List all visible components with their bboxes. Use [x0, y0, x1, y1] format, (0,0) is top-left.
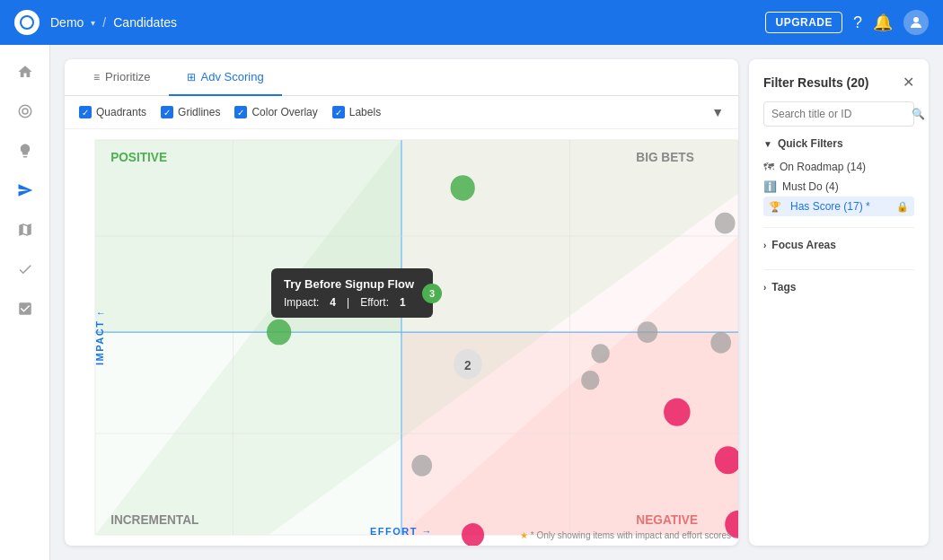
dot-gray-6 [411, 455, 432, 477]
labels-label: Labels [349, 106, 381, 118]
tags-label: Tags [771, 281, 796, 293]
filter-item-has-score[interactable]: 🏆 Has Score (17) * 🔒 [763, 197, 914, 216]
effort-axis-label: EFFORT → [370, 526, 433, 537]
dot-gray-1 [715, 213, 736, 234]
prioritize-tab-label: Prioritize [105, 70, 151, 83]
note-star: ★ [520, 530, 528, 540]
dot-gray-4 [581, 371, 599, 389]
tooltip-title: Try Before Signup Flow [284, 277, 420, 291]
tooltip: Try Before Signup Flow Impact: 4 | Effor… [271, 268, 433, 318]
sidebar-item-circle[interactable] [9, 95, 41, 127]
quick-filters-header[interactable]: ▼ Quick Filters [763, 137, 914, 150]
sidebar-item-map[interactable] [9, 214, 41, 246]
filter-header: Filter Results (20) ✕ [763, 74, 914, 91]
dot-green-1 [451, 175, 475, 201]
sidebar-item-send[interactable] [9, 174, 41, 206]
search-box[interactable]: 🔍 [763, 101, 914, 127]
sidebar-item-check2[interactable] [9, 293, 41, 325]
labels-checkbox[interactable]: Labels [332, 106, 381, 118]
tooltip-impact-value: 4 [330, 296, 336, 309]
svg-point-2 [22, 109, 28, 114]
quadrants-checkbox-icon [79, 106, 92, 118]
section-divider-1 [763, 227, 914, 228]
tags-section: › Tags [763, 281, 914, 301]
adv-scoring-tab-icon: ⊞ [187, 71, 196, 83]
tooltip-badge: 3 [422, 284, 442, 303]
filter-close-button[interactable]: ✕ [903, 74, 914, 91]
tooltip-pipe: | [347, 296, 349, 309]
breadcrumb: Demo ▾ / Candidates [50, 15, 177, 30]
svg-point-0 [913, 17, 919, 22]
positive-label: POSITIVE [110, 149, 167, 163]
section-divider-2 [763, 269, 914, 270]
notifications-icon[interactable]: 🔔 [873, 13, 893, 32]
chevron-icon: ▾ [91, 18, 95, 28]
quick-filters-label: Quick Filters [778, 137, 843, 150]
focus-areas-section: › Focus Areas [763, 239, 914, 258]
logo [14, 10, 40, 35]
sidebar-item-bulb[interactable] [9, 135, 41, 167]
filter-icon[interactable]: ▼ [711, 105, 724, 119]
filter-title: Filter Results (20) [763, 75, 868, 90]
avatar[interactable] [903, 10, 929, 35]
has-score-icon: 🏆 [769, 201, 781, 213]
labels-checkbox-icon [332, 106, 345, 118]
filter-item-on-roadmap[interactable]: 🗺 On Roadmap (14) [763, 157, 914, 177]
tooltip-effort-value: 1 [400, 296, 406, 309]
nav-right: UPGRADE ? 🔔 [765, 10, 929, 35]
dot-gray-3 [591, 344, 609, 363]
must-do-icon: ℹ️ [763, 180, 777, 193]
tab-bar: ≡ Prioritize ⊞ Adv Scoring [65, 59, 738, 96]
roadmap-icon: 🗺 [763, 161, 774, 173]
quick-filters-section: ▼ Quick Filters 🗺 On Roadmap (14) ℹ️ Mus… [763, 137, 914, 216]
chart-area: POSITIVE BIG BETS INCREMENTAL NEGATIVE [65, 129, 738, 546]
color-overlay-checkbox[interactable]: Color Overlay [234, 106, 317, 118]
breadcrumb-separator: / [102, 15, 106, 30]
svg-point-1 [19, 105, 31, 118]
help-icon[interactable]: ? [853, 13, 862, 32]
gridlines-checkbox-icon [161, 106, 173, 118]
upgrade-button[interactable]: UPGRADE [765, 12, 842, 33]
tab-adv-scoring[interactable]: ⊞ Adv Scoring [169, 59, 282, 96]
note-text-label: * Only showing items with impact and eff… [531, 530, 731, 540]
adv-scoring-tab-label: Adv Scoring [201, 70, 264, 83]
lock-icon: 🔒 [896, 201, 909, 213]
focus-areas-header[interactable]: › Focus Areas [763, 239, 914, 251]
tags-header[interactable]: › Tags [763, 281, 914, 293]
quick-filters-chevron: ▼ [763, 139, 772, 149]
color-overlay-label: Color Overlay [251, 106, 317, 118]
gridlines-label: Gridlines [178, 106, 220, 118]
scatter-chart: POSITIVE BIG BETS INCREMENTAL NEGATIVE [65, 129, 738, 546]
incremental-label: INCREMENTAL [110, 512, 199, 527]
tooltip-impact-label: Impact: [284, 296, 319, 309]
demo-label[interactable]: Demo [50, 15, 84, 30]
dot-red-1 [664, 398, 691, 426]
tab-prioritize[interactable]: ≡ Prioritize [75, 59, 169, 96]
svg-text:2: 2 [464, 357, 472, 372]
filter-panel: Filter Results (20) ✕ 🔍 ▼ Quick Filters … [749, 59, 929, 546]
focus-areas-chevron: › [763, 241, 766, 250]
tooltip-details: Impact: 4 | Effort: 1 [284, 296, 420, 309]
quadrants-checkbox[interactable]: Quadrants [79, 106, 146, 118]
top-nav: Demo ▾ / Candidates UPGRADE ? 🔔 [0, 0, 943, 45]
negative-label: NEGATIVE [636, 512, 698, 527]
candidates-label: Candidates [113, 15, 177, 30]
dot-gray-5 [710, 332, 731, 354]
sidebar-item-home[interactable] [9, 56, 41, 88]
search-icon[interactable]: 🔍 [912, 108, 925, 120]
gridlines-checkbox[interactable]: Gridlines [161, 106, 220, 118]
search-input[interactable] [771, 108, 906, 120]
filter-must-do-label: Must Do (4) [782, 180, 839, 193]
sidebar [0, 45, 50, 560]
dot-red-4 [462, 523, 484, 546]
filter-on-roadmap-label: On Roadmap (14) [780, 161, 866, 173]
dot-gray-2 [638, 321, 658, 343]
sidebar-item-check1[interactable] [9, 253, 41, 285]
main-panel: ≡ Prioritize ⊞ Adv Scoring Quadrants Gri… [65, 59, 738, 546]
toolbar: Quadrants Gridlines Color Overlay Labels… [65, 96, 738, 129]
main-layout: ≡ Prioritize ⊞ Adv Scoring Quadrants Gri… [0, 45, 943, 560]
content-area: ≡ Prioritize ⊞ Adv Scoring Quadrants Gri… [50, 45, 943, 560]
filter-item-must-do[interactable]: ℹ️ Must Do (4) [763, 177, 914, 197]
filter-has-score-label: Has Score (17) * [790, 200, 891, 213]
impact-axis-label: IMPACT ↑ [94, 310, 105, 365]
